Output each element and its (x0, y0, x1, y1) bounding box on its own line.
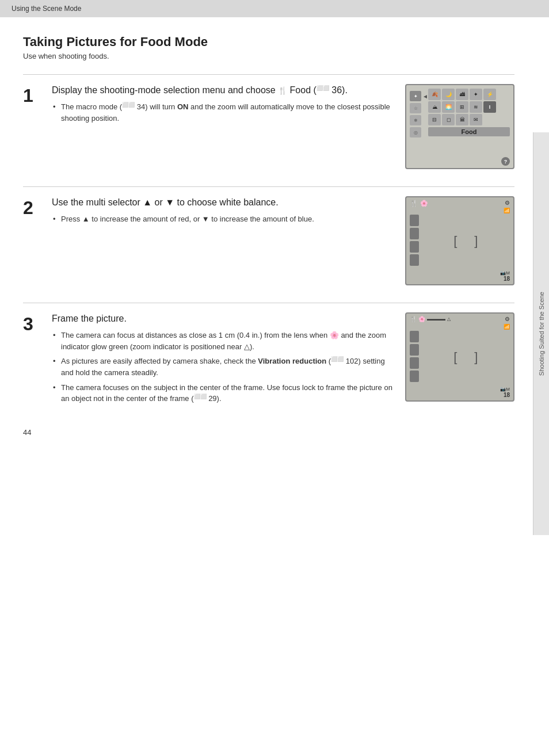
header-title: Using the Scene Mode (12, 5, 81, 13)
step-3-number: 3 (23, 315, 52, 333)
step-3-screen: 🍴 🌸 ▬▬▬▬ △ ⚙ 📶 [ ] 📷M (405, 312, 514, 402)
step-1-screen: ✦ ☆ ❄ ◎ ◄ 🍂 🌙 🏙 ✦ ⚡ (405, 84, 514, 169)
page-number: 44 (23, 428, 31, 437)
step-1-content: Display the shooting-mode selection menu… (52, 84, 405, 128)
step-3-bullet-1: The camera can focus at distances as clo… (52, 330, 394, 352)
step-3-bullet-2: As pictures are easily affected by camer… (52, 356, 394, 378)
step-1-number: 1 (23, 86, 52, 105)
step-1-heading: Display the shooting-mode selection menu… (52, 84, 394, 97)
step-3-bullet-3: The camera focuses on the subject in the… (52, 382, 394, 404)
step-3-content: Frame the picture. The camera can focus … (52, 312, 405, 408)
step-1-bullets: The macro mode (⬜⬜ 34) will turn ON and … (52, 101, 394, 124)
step-2-heading: Use the multi selector ▲ or ▼ to choose … (52, 196, 394, 209)
step-1-bullet-1: The macro mode (⬜⬜ 34) will turn ON and … (52, 101, 394, 124)
header-bar: Using the Scene Mode (0, 0, 549, 17)
step-2-content: Use the multi selector ▲ or ▼ to choose … (52, 196, 405, 228)
step-3-bullets: The camera can focus at distances as clo… (52, 330, 394, 404)
step-2-number: 2 (23, 198, 52, 217)
page-title: Taking Pictures for Food Mode (23, 35, 514, 49)
step-3-heading: Frame the picture. (52, 312, 394, 325)
step-2-bullets: Press ▲ to increase the amount of red, o… (52, 213, 394, 225)
step-1-section: 1 Display the shooting-mode selection me… (23, 74, 514, 169)
sidebar-label: Shooting Suited for the Scene (533, 132, 549, 535)
step-2-section: 2 Use the multi selector ▲ or ▼ to choos… (23, 186, 514, 285)
step-2-screen: 🍴 🌸 ⚙ 📶 [ ] 📷M (405, 196, 514, 285)
step-3-section: 3 Frame the picture. The camera can focu… (23, 303, 514, 408)
subtitle: Use when shooting foods. (23, 52, 514, 60)
step-2-bullet-1: Press ▲ to increase the amount of red, o… (52, 213, 394, 225)
sidebar-text: Shooting Suited for the Scene (538, 292, 545, 376)
food-mode-icon: 🍴 (278, 86, 287, 95)
